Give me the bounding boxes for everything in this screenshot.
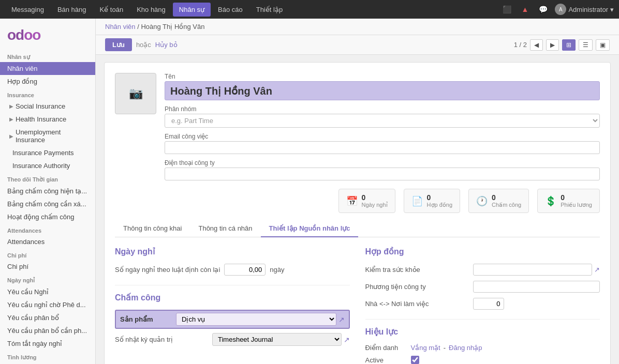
active-checkbox[interactable] [411,356,419,364]
login-icon[interactable]: ⬛ [499,4,514,14]
vang-mat-link[interactable]: Vắng mặt [411,344,440,352]
chevron-icon: ▶ [9,133,13,139]
nav-ke-toan[interactable]: Kế toán [94,3,130,17]
save-button[interactable]: Lưu [105,38,132,51]
ngay-nghi-title: Ngày nghỉ [115,247,350,256]
external-link-icon[interactable]: ↗ [338,315,345,324]
sidebar-item-tom-tat-ngay-nghi[interactable]: Tóm tắt ngày nghỉ [0,337,95,350]
nav-messaging[interactable]: Messaging [5,3,50,17]
sidebar-item-insurance-payments[interactable]: Insurance Payments [0,146,95,159]
sidebar-item-yeu-cau-phan-bo-can[interactable]: Yêu cầu phân bổ cần ph... [0,324,95,337]
diem-danh-label: Điểm danh [365,344,407,352]
admin-chevron-icon: ▾ [610,6,614,13]
stat-phieu-luong-label: Phiếu lương [561,202,592,208]
nav-kho-hang[interactable]: Kho hàng [130,3,172,17]
ten-label: Tên [165,73,600,80]
stat-phieu-luong[interactable]: 💲 0 Phiếu lương [537,189,600,213]
contract-icon: 📄 [411,195,423,207]
breadcrumb-current: Hoàng Thị Hồng Vân [141,23,204,31]
list-view-button[interactable]: ☰ [579,39,593,51]
sidebar-item-bang-cham-cong-can[interactable]: Bảng chấm công cần xá... [0,198,95,210]
sidebar-section-nhan-su: Nhân sự [0,50,95,62]
sidebar-item-yeu-cau-phan-bo[interactable]: Yêu cầu phân bổ [0,311,95,324]
phone-label: Điện thoại công ty [165,159,600,166]
chat-icon[interactable]: 💬 [536,4,551,14]
san-pham-select[interactable]: Dịch vụ [176,313,336,326]
sidebar-item-yeu-cau-nghi[interactable]: Yêu cầu Nghỉ [0,285,95,298]
tab-thiet-lap-nguon-nhan-luc[interactable]: Thiết lập Nguồn nhân lực [261,220,359,237]
next-button[interactable]: ▶ [546,39,559,51]
sidebar-item-bang-cham-cong-hien[interactable]: Bảng chấm công hiện tạ... [0,185,95,198]
sidebar-item-attendances[interactable]: Attendances [0,235,95,248]
nhat-ky-link-icon[interactable]: ↗ [344,336,350,344]
diem-danh-row: Điểm danh Vắng mặt - Đăng nhập [365,344,600,352]
employee-header: 📷 Tên Phân nhóm e.g. Part Time Email côn… [115,73,600,180]
admin-label: Administrator [568,6,608,13]
nav-thiet-lap[interactable]: Thiết lập [250,3,289,17]
sidebar-item-social-insurance[interactable]: ▶ Social Insurance [0,100,95,113]
breadcrumb-separator: / [137,23,139,31]
discard-button[interactable]: Hủy bỏ [155,41,178,49]
stat-cham-cong[interactable]: 🕐 0 Chấm công [468,189,529,213]
avatar[interactable]: 📷 [115,73,156,114]
logo[interactable]: odoo [0,22,95,50]
form-card: 📷 Tên Phân nhóm e.g. Part Time Email côn… [104,62,611,364]
nav-items: Messaging Bán hàng Kế toán Kho hàng Nhân… [5,3,499,17]
so-ngay-input[interactable] [224,264,266,276]
sidebar-item-insurance-authority[interactable]: Insurance Authority [0,159,95,172]
sidebar-section-attendances: Attendances [0,223,95,235]
employee-fields: Tên Phân nhóm e.g. Part Time Email công … [165,73,600,180]
sidebar-section-ngay-nghi: Ngày nghỉ [0,273,95,285]
phone-input[interactable] [165,168,600,180]
form-view-button[interactable]: ▣ [596,39,610,51]
phan-nhom-select[interactable]: e.g. Part Time [165,114,600,128]
phuong-tien-label: Phương tiện công ty [365,283,469,291]
sidebar-item-nhan-vien[interactable]: Nhân viên [0,62,95,75]
stat-cham-cong-info: 0 Chấm công [492,193,521,208]
stat-hop-dong[interactable]: 📄 0 Hợp đồng [404,189,460,213]
sidebar-item-yeu-cau-nghi-cho-phe[interactable]: Yêu cầu nghỉ chờ Phê d... [0,298,95,311]
or-text: hoặc [136,41,151,49]
nav-bao-cao[interactable]: Báo cáo [212,3,249,17]
admin-avatar: A [555,4,566,15]
nha-noi-input[interactable] [473,298,504,310]
active-row: Active [365,356,600,364]
nav-ban-hang[interactable]: Bán hàng [51,3,93,17]
tab-thong-tin-cong-khai[interactable]: Thông tin công khai [115,220,190,237]
breadcrumb-parent[interactable]: Nhân viên [105,23,136,31]
phuong-tien-input[interactable] [473,281,600,293]
tab-thong-tin-ca-nhan[interactable]: Thông tin cá nhân [190,220,260,237]
calendar-icon: 📅 [346,195,358,207]
ten-input[interactable] [165,81,600,100]
sidebar-item-hop-dong[interactable]: Hợp đồng [0,75,95,88]
nav-nhan-su[interactable]: Nhân sự [173,3,211,17]
sidebar-item-chi-phi[interactable]: Chi phí [0,260,95,273]
so-ngay-label: Số ngày nghỉ theo luật định còn lại [115,266,220,274]
cham-cong-title: Chấm công [115,293,350,302]
so-nhat-ky-select[interactable]: Timesheet Journal [212,333,342,346]
sidebar-section-theo-doi: Theo dõi Thời gian [0,172,95,185]
sidebar: odoo Nhân sự Nhân viên Hợp đồng Insuranc… [0,19,96,364]
kanban-view-button[interactable]: ⊞ [562,39,576,51]
alert-icon[interactable]: ▲ [519,4,532,14]
san-pham-row: Sản phẩm Dịch vụ ↗ [115,310,350,329]
hop-dong-title: Hợp đồng [365,247,600,256]
stat-ngay-nghi[interactable]: 📅 0 Ngày nghỉ [338,189,395,213]
sidebar-item-hoat-dong-cham-cong[interactable]: Hoạt động chấm công [0,210,95,223]
so-nhat-ky-select-wrapper: Timesheet Journal ↗ [212,333,350,346]
kiem-tra-suc-khoe-input[interactable] [473,264,593,276]
admin-menu[interactable]: A Administrator ▾ [555,4,614,15]
nha-noi-label: Nhà <-> Nơi làm việc [365,300,469,308]
email-input[interactable] [165,141,600,154]
right-divider [365,319,600,320]
prev-button[interactable]: ◀ [530,39,543,51]
sidebar-section-insurance: Insurance [0,88,95,100]
kiem-tra-suc-khoe-row: Kiểm tra sức khỏe ↗ [365,264,600,276]
kiem-tra-link-icon[interactable]: ↗ [594,266,600,274]
sidebar-item-unemployment-insurance[interactable]: ▶ Unemployment Insurance [0,126,95,146]
sidebar-item-health-insurance-label: Health Insurance [16,115,66,123]
sidebar-item-health-insurance[interactable]: ▶ Health Insurance [0,113,95,126]
link-separator: - [444,344,446,352]
email-label: Email công việc [165,133,600,140]
dang-nhap-link[interactable]: Đăng nhập [449,344,482,352]
